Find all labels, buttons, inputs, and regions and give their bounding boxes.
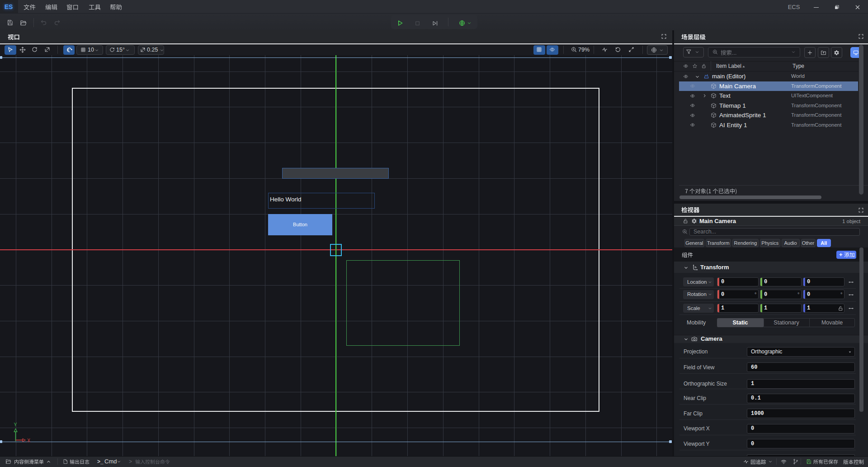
svg-text:Y: Y: [14, 422, 17, 427]
svg-text:X: X: [27, 438, 30, 443]
